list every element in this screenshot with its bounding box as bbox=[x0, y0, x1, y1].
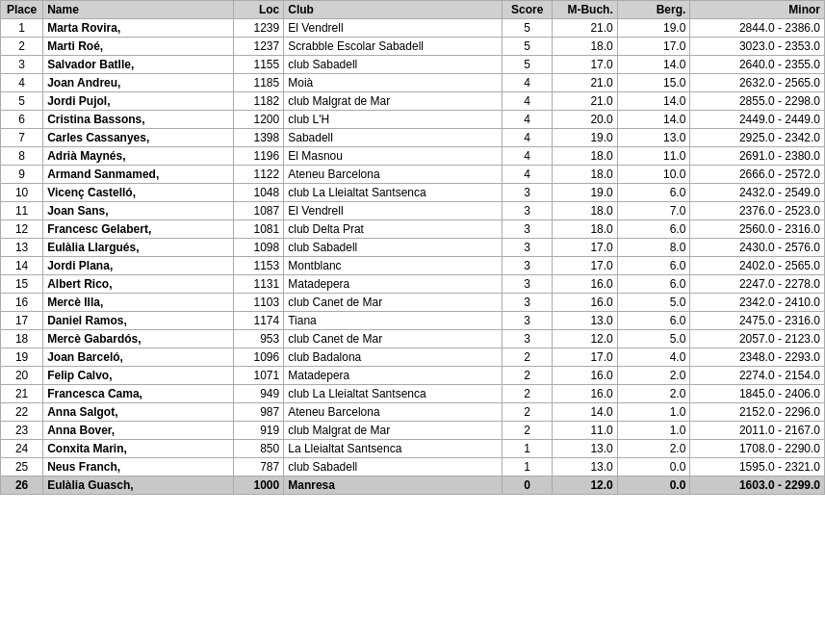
name-cell: Eulàlia Llargués, bbox=[43, 239, 234, 257]
table-row: 5Jordi Pujol,1182club Malgrat de Mar421.… bbox=[1, 92, 825, 111]
name-cell: Francesc Gelabert, bbox=[43, 220, 234, 239]
minor-cell: 1708.0 - 2290.0 bbox=[690, 440, 825, 458]
minor-cell: 2152.0 - 2296.0 bbox=[690, 403, 825, 422]
club-cell: Matadepera bbox=[284, 367, 503, 385]
name-cell: Daniel Ramos, bbox=[43, 312, 234, 330]
loc-cell: 1048 bbox=[233, 184, 283, 202]
table-row: 3Salvador Batlle,1155club Sabadell517.01… bbox=[1, 56, 825, 74]
table-row: 4Joan Andreu,1185Moià421.015.02632.0 - 2… bbox=[1, 74, 825, 92]
score-cell: 0 bbox=[503, 477, 553, 495]
club-cell: club Sabadell bbox=[284, 239, 503, 257]
mbuch-cell: 17.0 bbox=[553, 348, 617, 367]
club-cell: Manresa bbox=[284, 477, 503, 495]
minor-cell: 2449.0 - 2449.0 bbox=[690, 111, 825, 129]
name-cell: Salvador Batlle, bbox=[43, 56, 234, 74]
mbuch-cell: 12.0 bbox=[553, 477, 617, 495]
table-row: 11Joan Sans,1087El Vendrell318.07.02376.… bbox=[1, 202, 825, 220]
club-cell: club Malgrat de Mar bbox=[284, 422, 503, 440]
score-cell: 5 bbox=[503, 56, 553, 74]
header-loc: Loc bbox=[233, 1, 283, 19]
score-cell: 2 bbox=[503, 422, 553, 440]
header-berg: Berg. bbox=[617, 1, 690, 19]
berg-cell: 14.0 bbox=[617, 56, 690, 74]
mbuch-cell: 21.0 bbox=[553, 92, 617, 111]
table-row: 12Francesc Gelabert,1081club Delta Prat3… bbox=[1, 220, 825, 239]
mbuch-cell: 13.0 bbox=[553, 312, 617, 330]
loc-cell: 953 bbox=[233, 330, 283, 348]
score-cell: 5 bbox=[503, 38, 553, 56]
mbuch-cell: 21.0 bbox=[553, 19, 617, 38]
table-row: 2Marti Roé,1237Scrabble Escolar Sabadell… bbox=[1, 38, 825, 56]
loc-cell: 1071 bbox=[233, 367, 283, 385]
berg-cell: 14.0 bbox=[617, 92, 690, 111]
loc-cell: 949 bbox=[233, 385, 283, 403]
table-row: 13Eulàlia Llargués,1098club Sabadell317.… bbox=[1, 239, 825, 257]
loc-cell: 1398 bbox=[233, 129, 283, 147]
loc-cell: 1185 bbox=[233, 74, 283, 92]
table-row: 1Marta Rovira,1239El Vendrell521.019.028… bbox=[1, 19, 825, 38]
score-cell: 3 bbox=[503, 202, 553, 220]
score-cell: 1 bbox=[503, 440, 553, 458]
minor-cell: 1595.0 - 2321.0 bbox=[690, 458, 825, 477]
table-row: 8Adrià Maynés,1196El Masnou418.011.02691… bbox=[1, 147, 825, 166]
club-cell: club La Lleialtat Santsenca bbox=[284, 184, 503, 202]
name-cell: Mercè Illa, bbox=[43, 294, 234, 312]
place-cell: 11 bbox=[1, 202, 43, 220]
place-cell: 7 bbox=[1, 129, 43, 147]
name-cell: Neus Franch, bbox=[43, 458, 234, 477]
club-cell: El Masnou bbox=[284, 147, 503, 166]
place-cell: 4 bbox=[1, 74, 43, 92]
place-cell: 9 bbox=[1, 166, 43, 184]
name-cell: Conxita Marin, bbox=[43, 440, 234, 458]
place-cell: 1 bbox=[1, 19, 43, 38]
club-cell: club Malgrat de Mar bbox=[284, 92, 503, 111]
place-cell: 17 bbox=[1, 312, 43, 330]
minor-cell: 2855.0 - 2298.0 bbox=[690, 92, 825, 111]
table-row: 21Francesca Cama,949club La Lleialtat Sa… bbox=[1, 385, 825, 403]
club-cell: club La Lleialtat Santsenca bbox=[284, 385, 503, 403]
loc-cell: 1200 bbox=[233, 111, 283, 129]
table-row: 10Vicenç Castelló,1048club La Lleialtat … bbox=[1, 184, 825, 202]
berg-cell: 2.0 bbox=[617, 385, 690, 403]
score-cell: 5 bbox=[503, 19, 553, 38]
loc-cell: 1237 bbox=[233, 38, 283, 56]
name-cell: Albert Rico, bbox=[43, 275, 234, 294]
loc-cell: 1239 bbox=[233, 19, 283, 38]
loc-cell: 1122 bbox=[233, 166, 283, 184]
place-cell: 18 bbox=[1, 330, 43, 348]
loc-cell: 1087 bbox=[233, 202, 283, 220]
berg-cell: 19.0 bbox=[617, 19, 690, 38]
score-cell: 2 bbox=[503, 367, 553, 385]
minor-cell: 2376.0 - 2523.0 bbox=[690, 202, 825, 220]
berg-cell: 5.0 bbox=[617, 294, 690, 312]
table-row: 19Joan Barceló,1096club Badalona217.04.0… bbox=[1, 348, 825, 367]
place-cell: 2 bbox=[1, 38, 43, 56]
loc-cell: 1081 bbox=[233, 220, 283, 239]
minor-cell: 2844.0 - 2386.0 bbox=[690, 19, 825, 38]
name-cell: Joan Andreu, bbox=[43, 74, 234, 92]
minor-cell: 2640.0 - 2355.0 bbox=[690, 56, 825, 74]
loc-cell: 1196 bbox=[233, 147, 283, 166]
berg-cell: 1.0 bbox=[617, 422, 690, 440]
loc-cell: 1096 bbox=[233, 348, 283, 367]
name-cell: Marta Rovira, bbox=[43, 19, 234, 38]
loc-cell: 1153 bbox=[233, 257, 283, 275]
place-cell: 3 bbox=[1, 56, 43, 74]
berg-cell: 4.0 bbox=[617, 348, 690, 367]
table-row: 17Daniel Ramos,1174Tiana313.06.02475.0 -… bbox=[1, 312, 825, 330]
mbuch-cell: 17.0 bbox=[553, 56, 617, 74]
club-cell: La Lleialtat Santsenca bbox=[284, 440, 503, 458]
berg-cell: 10.0 bbox=[617, 166, 690, 184]
table-row: 18Mercè Gabardós,953club Canet de Mar312… bbox=[1, 330, 825, 348]
club-cell: club Delta Prat bbox=[284, 220, 503, 239]
minor-cell: 2475.0 - 2316.0 bbox=[690, 312, 825, 330]
loc-cell: 1000 bbox=[233, 477, 283, 495]
name-cell: Joan Barceló, bbox=[43, 348, 234, 367]
mbuch-cell: 17.0 bbox=[553, 257, 617, 275]
score-cell: 4 bbox=[503, 92, 553, 111]
name-cell: Marti Roé, bbox=[43, 38, 234, 56]
table-row: 25Neus Franch,787club Sabadell113.00.015… bbox=[1, 458, 825, 477]
club-cell: club Canet de Mar bbox=[284, 294, 503, 312]
club-cell: club Sabadell bbox=[284, 56, 503, 74]
minor-cell: 3023.0 - 2353.0 bbox=[690, 38, 825, 56]
